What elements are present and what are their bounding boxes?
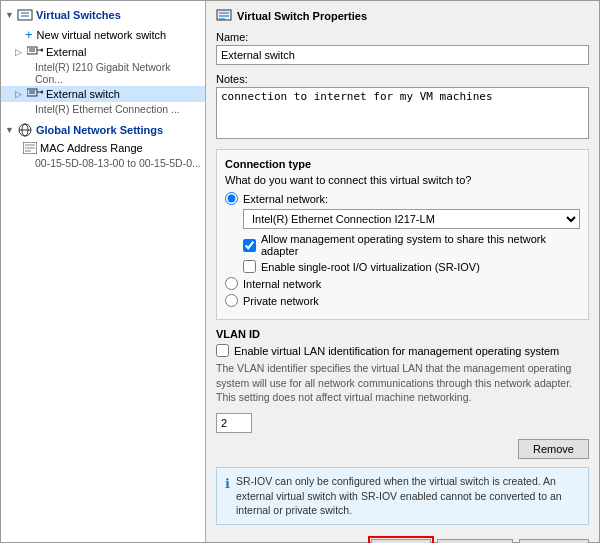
external-switch-sub: Intel(R) Ethernet Connection ... <box>1 102 205 116</box>
connection-type-section: Connection type What do you want to conn… <box>216 149 589 320</box>
info-icon: ℹ <box>225 475 230 493</box>
internal-network-radio-item: Internal network <box>225 277 580 290</box>
virtual-switches-section[interactable]: ▼ Virtual Switches <box>1 5 205 25</box>
private-network-radio-item: Private network <box>225 294 580 307</box>
external-expand-icon: ▷ <box>15 47 27 57</box>
mac-address-label: MAC Address Range <box>40 142 143 154</box>
info-box: ℹ SR-IOV can only be configured when the… <box>216 467 589 525</box>
name-group: Name: <box>216 31 589 65</box>
allow-mgmt-checkbox-item: Allow management operating system to sha… <box>243 233 580 257</box>
external-switch-icon <box>27 46 43 58</box>
internal-network-radio[interactable] <box>225 277 238 290</box>
allow-mgmt-checkbox[interactable] <box>243 239 256 252</box>
vlan-input[interactable] <box>216 413 252 433</box>
internal-network-radio-label: Internal network <box>243 278 321 290</box>
private-network-radio-label: Private network <box>243 295 319 307</box>
sriov-label: Enable single-root I/O virtualization (S… <box>261 261 480 273</box>
notes-group: Notes: connection to internet for my VM … <box>216 73 589 141</box>
remove-row: Remove <box>216 439 589 463</box>
external-switch-expand-icon: ▷ <box>15 89 27 99</box>
connection-type-desc: What do you want to connect this virtual… <box>225 174 580 186</box>
name-input[interactable] <box>216 45 589 65</box>
external-network-radio[interactable] <box>225 192 238 205</box>
ok-button[interactable]: OK <box>371 539 431 543</box>
external-switch-item[interactable]: ▷ External <box>1 44 205 60</box>
apply-button[interactable]: Apply <box>519 539 589 543</box>
name-label: Name: <box>216 31 589 43</box>
virtual-switches-label: Virtual Switches <box>36 9 121 21</box>
external-network-radio-item: External network: <box>225 192 580 205</box>
vlan-section: VLAN ID Enable virtual LAN identificatio… <box>216 328 589 433</box>
global-network-label: Global Network Settings <box>36 124 163 136</box>
global-network-icon <box>17 123 33 137</box>
vlan-checkbox-label: Enable virtual LAN identification for ma… <box>234 345 559 357</box>
sriov-checkbox[interactable] <box>243 260 256 273</box>
vlan-checkbox-item: Enable virtual LAN identification for ma… <box>216 344 589 357</box>
panel-title-icon <box>216 9 232 23</box>
private-network-radio[interactable] <box>225 294 238 307</box>
notes-textarea[interactable]: connection to internet for my VM machine… <box>216 87 589 139</box>
mac-address-item[interactable]: MAC Address Range <box>1 140 205 156</box>
allow-mgmt-label: Allow management operating system to sha… <box>261 233 580 257</box>
external-label: External <box>46 46 86 58</box>
button-row: OK Cancel Apply <box>216 533 589 543</box>
remove-button[interactable]: Remove <box>518 439 589 459</box>
expand-icon: ▼ <box>5 10 17 20</box>
notes-label: Notes: <box>216 73 589 85</box>
sriov-checkbox-item: Enable single-root I/O virtualization (S… <box>243 260 580 273</box>
new-switch-icon: + <box>25 27 33 42</box>
panel-title-text: Virtual Switch Properties <box>237 10 367 22</box>
left-panel: ▼ Virtual Switches + New virtual network… <box>1 1 206 542</box>
external-switch-selected-icon <box>27 88 43 100</box>
external-switch-selected-item[interactable]: ▷ External switch <box>1 86 205 102</box>
vlan-description: The VLAN identifier specifies the virtua… <box>216 361 589 405</box>
panel-title: Virtual Switch Properties <box>216 9 589 23</box>
vlan-title: VLAN ID <box>216 328 589 340</box>
new-virtual-network-item[interactable]: + New virtual network switch <box>1 25 205 44</box>
vlan-checkbox[interactable] <box>216 344 229 357</box>
svg-point-12 <box>41 91 44 94</box>
mac-address-sub: 00-15-5D-08-13-00 to 00-15-5D-0... <box>1 156 205 170</box>
svg-point-7 <box>41 49 44 52</box>
network-adapter-row: Intel(R) Ethernet Connection I217-LM <box>243 209 580 229</box>
external-switch-selected-label: External switch <box>46 88 120 100</box>
global-expand-icon: ▼ <box>5 125 17 135</box>
right-panel: Virtual Switch Properties Name: Notes: c… <box>206 1 599 542</box>
virtual-switches-icon <box>17 8 33 22</box>
new-virtual-network-label: New virtual network switch <box>37 29 167 41</box>
connection-type-title: Connection type <box>225 158 580 170</box>
info-message: SR-IOV can only be configured when the v… <box>236 474 580 518</box>
external-sub: Intel(R) I210 Gigabit Network Con... <box>1 60 205 86</box>
svg-rect-0 <box>18 10 32 20</box>
network-adapter-dropdown[interactable]: Intel(R) Ethernet Connection I217-LM <box>243 209 580 229</box>
global-network-section[interactable]: ▼ Global Network Settings <box>1 120 205 140</box>
external-network-radio-label: External network: <box>243 193 328 205</box>
cancel-button[interactable]: Cancel <box>437 539 513 543</box>
mac-address-icon <box>23 142 37 154</box>
